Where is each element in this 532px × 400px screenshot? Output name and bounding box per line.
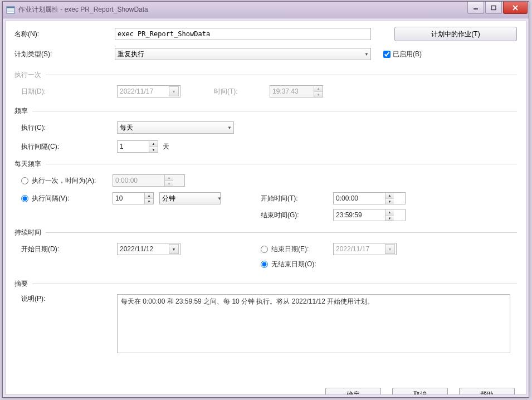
exec-once-time-label: 时间(T):: [214, 87, 270, 96]
daily-frequency-group: 每天频率 执行一次，时间为(A): 0:00:00 ▲▼: [14, 159, 517, 223]
description-label: 说明(P):: [21, 294, 117, 304]
name-label: 名称(N):: [14, 30, 115, 39]
exec-once-group: 执行一次 日期(D): 2022/11/17 ▾ 时间(T): 19:37:43…: [14, 70, 517, 97]
description-textarea[interactable]: [117, 294, 510, 353]
daily-start-input[interactable]: 0:00:00 ▲▼: [333, 192, 406, 204]
no-end-date-option[interactable]: 无结束日期(O):: [261, 260, 316, 269]
frequency-legend: 频率: [14, 106, 517, 116]
start-date-label: 开始日期(D):: [21, 245, 117, 254]
end-date-radio[interactable]: [261, 246, 268, 253]
exec-once-legend: 执行一次: [14, 70, 517, 80]
summary-legend: 摘要: [14, 279, 517, 289]
calendar-icon: ▾: [385, 244, 395, 254]
end-date-option[interactable]: 结束日期(E):: [261, 245, 333, 254]
exec-once-time-input: 19:37:43 ▲▼: [270, 85, 323, 97]
titlebar[interactable]: 作业计划属性 - exec PR_Report_ShowData: [3, 2, 529, 18]
enabled-checkbox[interactable]: [383, 51, 391, 58]
recur-interval-unit: 天: [163, 142, 169, 152]
summary-group: 摘要 说明(P):: [14, 279, 517, 353]
end-date-input: 2022/11/17 ▾: [333, 243, 397, 255]
dialog-buttons: 确定 取消 帮助: [6, 384, 526, 395]
svg-rect-5: [491, 6, 496, 9]
name-row: 名称(N): 计划中的作业(T): [14, 27, 517, 41]
daily-end-input[interactable]: 23:59:59 ▲▼: [333, 209, 406, 221]
start-date-input[interactable]: 2022/11/12 ▾: [117, 243, 180, 255]
enabled-label: 已启用(B): [393, 50, 422, 59]
duration-group: 持续时间 开始日期(D): 2022/11/12 ▾: [14, 228, 517, 275]
close-button[interactable]: [503, 2, 528, 14]
daily-start-label: 开始时间(T):: [261, 194, 333, 203]
plan-type-label: 计划类型(S):: [14, 50, 115, 59]
daily-frequency-legend: 每天频率: [14, 159, 517, 169]
occurs-every-option[interactable]: 执行间隔(V):: [21, 194, 117, 203]
maximize-button[interactable]: [485, 2, 502, 14]
recur-interval-label: 执行间隔(C):: [21, 142, 117, 152]
occurs-every-value-input[interactable]: 10 ▲▼: [113, 192, 154, 204]
duration-inner: 开始日期(D): 2022/11/12 ▾ 结束日期(E):: [14, 243, 517, 275]
occurs-every-unit-select[interactable]: [159, 192, 221, 204]
minimize-button[interactable]: [467, 2, 484, 14]
help-button[interactable]: 帮助: [459, 388, 515, 395]
occurs-select[interactable]: [117, 121, 234, 134]
cancel-button[interactable]: 取消: [392, 388, 448, 395]
daily-frequency-inner: 执行一次，时间为(A): 0:00:00 ▲▼ 执行间隔(V):: [14, 174, 517, 223]
spin-up-icon[interactable]: ▲: [149, 141, 158, 147]
occurs-once-option[interactable]: 执行一次，时间为(A):: [21, 176, 117, 186]
app-icon: [6, 6, 15, 14]
recur-interval-input[interactable]: 1 ▲▼: [117, 140, 158, 153]
occurs-once-radio[interactable]: [21, 177, 28, 184]
calendar-icon[interactable]: ▾: [169, 244, 179, 254]
jobs-in-plan-button[interactable]: 计划中的作业(T): [394, 27, 517, 41]
calendar-icon: ▾: [169, 86, 179, 96]
daily-end-label: 结束时间(G):: [261, 211, 333, 220]
frequency-inner: 执行(C): ▼ 执行间隔(C): 1 ▲▼ 天: [14, 121, 517, 153]
occurs-label: 执行(C):: [21, 123, 117, 133]
svg-rect-1: [7, 7, 14, 8]
exec-once-inner: 日期(D): 2022/11/17 ▾ 时间(T): 19:37:43 ▲▼: [14, 85, 517, 97]
enabled-checkbox-wrap[interactable]: 已启用(B): [383, 50, 422, 59]
plan-type-select[interactable]: [115, 48, 371, 60]
name-input[interactable]: [115, 28, 371, 40]
plan-type-select-wrap: ▼: [115, 48, 371, 60]
no-end-date-radio[interactable]: [261, 261, 268, 268]
spin-down-icon[interactable]: ▼: [149, 147, 158, 152]
duration-legend: 持续时间: [14, 228, 517, 237]
window-controls: [467, 2, 529, 18]
frequency-group: 频率 执行(C): ▼ 执行间隔(C): 1 ▲▼ 天: [14, 106, 517, 153]
plan-type-row: 计划类型(S): ▼ 已启用(B): [14, 48, 517, 60]
ok-button[interactable]: 确定: [325, 388, 381, 395]
exec-once-date-label: 日期(D):: [21, 87, 117, 96]
client-area: 名称(N): 计划中的作业(T) 计划类型(S): ▼ 已启用(B) 执行一次: [5, 21, 526, 395]
window-title: 作业计划属性 - exec PR_Report_ShowData: [18, 5, 467, 14]
dialog-window: 作业计划属性 - exec PR_Report_ShowData 名称(N): …: [2, 1, 529, 398]
occurs-once-time-input: 0:00:00 ▲▼: [113, 174, 185, 187]
occurs-every-radio[interactable]: [21, 195, 28, 202]
exec-once-date-input: 2022/11/17 ▾: [117, 85, 180, 97]
